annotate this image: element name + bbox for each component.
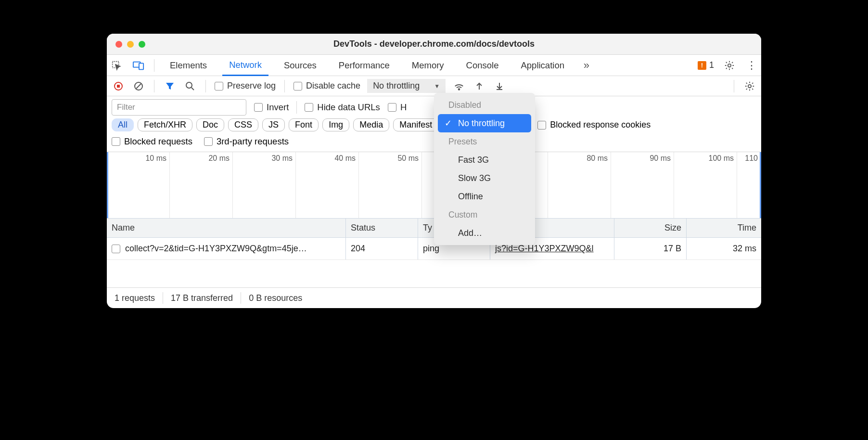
- dropdown-group-presets: Presets: [434, 132, 535, 151]
- more-tabs-icon[interactable]: »: [580, 59, 593, 72]
- svg-line-9: [191, 88, 194, 90]
- invert-checkbox[interactable]: Invert: [254, 102, 289, 113]
- chip-fetch-xhr[interactable]: Fetch/XHR: [138, 118, 192, 131]
- status-resources: 0 B resources: [241, 292, 310, 304]
- chip-media[interactable]: Media: [353, 118, 389, 131]
- dropdown-item-slow-3g[interactable]: Slow 3G: [434, 169, 535, 187]
- clear-button-icon[interactable]: [132, 79, 145, 93]
- svg-rect-5: [117, 85, 120, 88]
- chip-doc[interactable]: Doc: [196, 118, 224, 131]
- preserve-log-label: Preserve log: [227, 81, 276, 91]
- timeline-tick: 80 ms: [587, 154, 608, 163]
- throttling-selected-label: No throttling: [373, 81, 420, 91]
- tab-console[interactable]: Console: [460, 55, 506, 76]
- request-checkbox[interactable]: [112, 245, 120, 253]
- col-header-size[interactable]: Size: [614, 219, 687, 237]
- preserve-log-checkbox[interactable]: Preserve log: [215, 81, 276, 91]
- check-icon: ✓: [445, 118, 452, 129]
- timeline-tick: 50 ms: [397, 154, 419, 163]
- chip-font[interactable]: Font: [289, 118, 319, 131]
- dropdown-group-custom: Custom: [434, 206, 535, 224]
- filter-funnel-icon[interactable]: [163, 79, 177, 93]
- blocked-response-cookies-label: Blocked response cookies: [550, 120, 651, 130]
- chip-css[interactable]: CSS: [228, 118, 258, 131]
- table-empty-area: [107, 260, 761, 288]
- chip-manifest[interactable]: Manifest: [393, 118, 438, 131]
- throttling-dropdown: Disabled ✓ No throttling Presets Fast 3G…: [434, 93, 535, 245]
- issues-count: 1: [709, 60, 714, 70]
- download-har-icon[interactable]: [493, 79, 506, 93]
- request-size: 17 B: [614, 238, 687, 259]
- disable-cache-label: Disable cache: [306, 81, 360, 91]
- issues-icon: !: [698, 61, 706, 70]
- network-toolbar: Preserve log Disable cache No throttling…: [107, 76, 761, 96]
- chip-all[interactable]: All: [112, 118, 134, 131]
- settings-gear-icon[interactable]: [723, 59, 736, 72]
- blocked-requests-label: Blocked requests: [124, 136, 192, 147]
- request-initiator-link[interactable]: js?id=G-H1Y3PXZW9Q&l: [495, 244, 594, 254]
- tab-network[interactable]: Network: [222, 55, 268, 76]
- network-statusbar: 1 requests 17 B transferred 0 B resource…: [107, 288, 761, 308]
- third-party-checkbox[interactable]: 3rd-party requests: [204, 136, 289, 147]
- timeline-tick: 10 ms: [145, 154, 166, 163]
- svg-point-8: [186, 82, 192, 88]
- tab-memory[interactable]: Memory: [405, 55, 451, 76]
- device-toolbar-icon[interactable]: [132, 59, 145, 72]
- devtools-window: DevTools - developer.chrome.com/docs/dev…: [107, 34, 761, 308]
- svg-point-14: [748, 84, 751, 87]
- upload-har-icon[interactable]: [472, 79, 486, 93]
- filter-input[interactable]: [112, 99, 246, 116]
- truncated-h-checkbox[interactable]: H: [388, 102, 407, 113]
- col-header-time[interactable]: Time: [687, 219, 761, 237]
- requests-table-body: collect?v=2&tid=G-H1Y3PXZW9Q&gtm=45je… 2…: [107, 238, 761, 288]
- chip-js[interactable]: JS: [262, 118, 285, 131]
- chip-img[interactable]: Img: [322, 118, 349, 131]
- blocked-response-cookies-checkbox[interactable]: Blocked response cookies: [537, 120, 651, 130]
- devtools-tabs: Elements Network Sources Performance Mem…: [107, 55, 761, 76]
- window-titlebar: DevTools - developer.chrome.com/docs/dev…: [107, 34, 761, 55]
- truncated-h-label: H: [400, 102, 407, 113]
- dropdown-item-fast-3g[interactable]: Fast 3G: [434, 151, 535, 169]
- tab-elements[interactable]: Elements: [163, 55, 214, 76]
- timeline-tick: 30 ms: [271, 154, 293, 163]
- dropdown-group-disabled: Disabled: [434, 96, 535, 114]
- throttling-select[interactable]: No throttling ▼: [367, 79, 446, 93]
- timeline-tick: 100 ms: [709, 154, 734, 163]
- timeline-tick: 110: [745, 154, 758, 163]
- search-icon[interactable]: [183, 79, 197, 93]
- tab-application[interactable]: Application: [514, 55, 571, 76]
- network-conditions-icon[interactable]: [452, 79, 466, 93]
- svg-point-3: [728, 64, 731, 66]
- invert-label: Invert: [267, 102, 289, 113]
- issues-badge[interactable]: ! 1: [698, 60, 714, 70]
- record-button-icon[interactable]: [112, 79, 125, 93]
- svg-rect-2: [139, 63, 143, 69]
- network-settings-gear-icon[interactable]: [743, 79, 756, 93]
- third-party-label: 3rd-party requests: [217, 136, 289, 147]
- inspect-element-icon[interactable]: [110, 59, 123, 72]
- dropdown-item-offline[interactable]: Offline: [434, 187, 535, 206]
- blocked-requests-checkbox[interactable]: Blocked requests: [112, 136, 192, 147]
- timeline-tick: 40 ms: [334, 154, 356, 163]
- status-requests: 1 requests: [107, 292, 163, 304]
- request-time: 32 ms: [687, 238, 761, 259]
- timeline-tick: 20 ms: [208, 154, 230, 163]
- svg-line-7: [136, 84, 141, 89]
- timeline-tick: 90 ms: [650, 154, 671, 163]
- dropdown-item-no-throttling[interactable]: ✓ No throttling: [438, 114, 531, 132]
- window-title: DevTools - developer.chrome.com/docs/dev…: [107, 39, 761, 49]
- disable-cache-checkbox[interactable]: Disable cache: [294, 81, 360, 91]
- tab-sources[interactable]: Sources: [277, 55, 323, 76]
- hide-data-urls-checkbox[interactable]: Hide data URLs: [305, 102, 380, 113]
- hide-data-urls-label: Hide data URLs: [317, 102, 380, 113]
- svg-point-10: [459, 89, 460, 90]
- request-name: collect?v=2&tid=G-H1Y3PXZW9Q&gtm=45je…: [125, 244, 307, 254]
- dropdown-item-add[interactable]: Add…: [434, 224, 535, 242]
- kebab-menu-icon[interactable]: ⋮: [745, 59, 758, 72]
- chevron-down-icon: ▼: [434, 83, 440, 90]
- dropdown-item-label: No throttling: [458, 118, 505, 129]
- col-header-status[interactable]: Status: [346, 219, 418, 237]
- timeline-range-handle-right[interactable]: [760, 152, 761, 218]
- tab-performance[interactable]: Performance: [332, 55, 396, 76]
- col-header-name[interactable]: Name: [107, 219, 346, 237]
